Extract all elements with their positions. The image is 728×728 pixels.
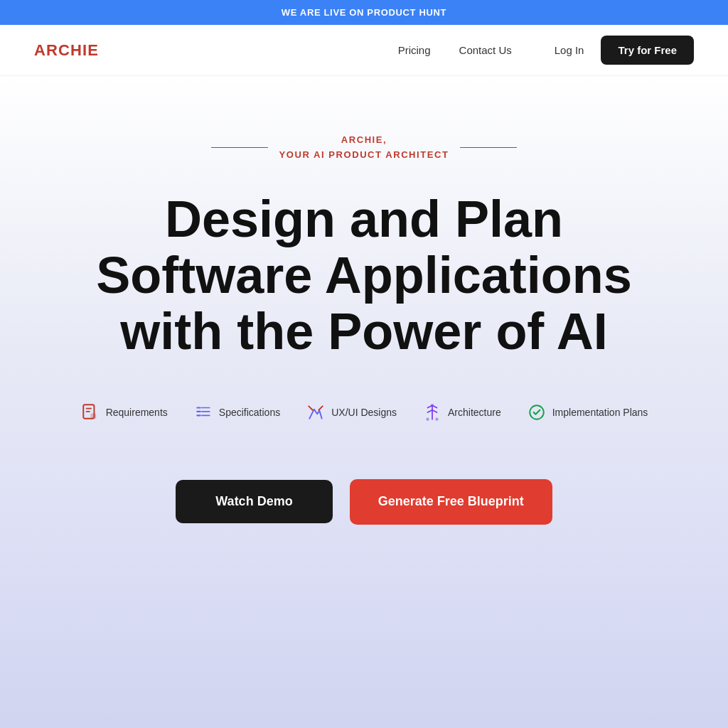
requirements-icon bbox=[80, 402, 100, 422]
svg-rect-1 bbox=[91, 414, 95, 419]
specifications-label: Specifications bbox=[219, 407, 280, 418]
nav-pricing[interactable]: Pricing bbox=[398, 44, 431, 56]
generate-blueprint-button[interactable]: Generate Free Blueprint bbox=[350, 479, 552, 524]
svg-point-9 bbox=[426, 418, 429, 421]
banner-text: WE ARE LIVE ON PRODUCT HUNT bbox=[282, 7, 446, 18]
hero-title: Design and Plan Software Applications wi… bbox=[73, 191, 655, 360]
logo[interactable]: ARCHIE bbox=[34, 41, 99, 60]
product-hunt-banner: WE ARE LIVE ON PRODUCT HUNT bbox=[0, 0, 728, 25]
hero-section: ARCHIE, YOUR AI PRODUCT ARCHITECT Design… bbox=[0, 76, 728, 728]
feature-architecture: Architecture bbox=[422, 402, 501, 422]
svg-point-8 bbox=[431, 404, 434, 407]
tagline-text: ARCHIE, YOUR AI PRODUCT ARCHITECT bbox=[279, 133, 449, 163]
nav-links: Pricing Contact Us bbox=[398, 44, 512, 56]
ux-label: UX/UI Designs bbox=[331, 407, 397, 418]
tagline-line-left bbox=[211, 147, 268, 148]
features-row: Requirements Specifications bbox=[80, 402, 648, 422]
tagline-line2: YOUR AI PRODUCT ARCHITECT bbox=[279, 149, 449, 160]
feature-ux: UX/UI Designs bbox=[306, 402, 397, 422]
try-for-free-button[interactable]: Try for Free bbox=[601, 36, 694, 65]
implementation-icon bbox=[527, 402, 547, 422]
navbar: ARCHIE Pricing Contact Us Log In Try for… bbox=[0, 25, 728, 76]
nav-contact[interactable]: Contact Us bbox=[459, 44, 512, 56]
architecture-icon bbox=[422, 402, 442, 422]
architecture-label: Architecture bbox=[448, 407, 501, 418]
login-link[interactable]: Log In bbox=[555, 44, 584, 56]
implementation-label: Implementation Plans bbox=[552, 407, 648, 418]
cta-row: Watch Demo Generate Free Blueprint bbox=[176, 479, 552, 524]
nav-right: Log In Try for Free bbox=[555, 36, 694, 65]
feature-implementation: Implementation Plans bbox=[527, 402, 648, 422]
specifications-icon bbox=[193, 402, 213, 422]
svg-point-10 bbox=[435, 418, 438, 421]
ux-icon bbox=[306, 402, 326, 422]
tagline-line-right bbox=[460, 147, 517, 148]
tagline-line1: ARCHIE, bbox=[341, 134, 387, 145]
requirements-label: Requirements bbox=[106, 407, 168, 418]
tagline-wrapper: ARCHIE, YOUR AI PRODUCT ARCHITECT bbox=[211, 133, 518, 163]
watch-demo-button[interactable]: Watch Demo bbox=[176, 480, 332, 523]
feature-requirements: Requirements bbox=[80, 402, 168, 422]
feature-specifications: Specifications bbox=[193, 402, 280, 422]
